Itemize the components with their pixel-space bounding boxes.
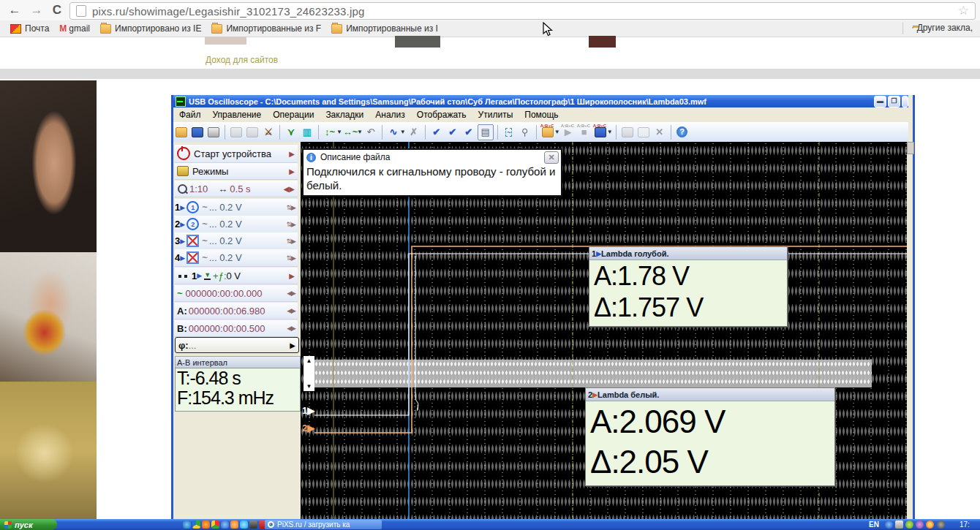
bookmark-folder-1[interactable]: Импортировано из IE <box>100 23 201 34</box>
abc-window-icon[interactable] <box>593 125 608 140</box>
copy-graph-icon[interactable] <box>229 125 244 140</box>
print-icon[interactable] <box>206 125 221 140</box>
timebase-value[interactable]: 0.5 s <box>230 183 250 194</box>
channel-stepper-icons[interactable]: ⇅▶ <box>287 238 295 245</box>
selection-box-icon[interactable]: ~ <box>502 125 516 140</box>
time-counter-row[interactable]: ~ 000000:00:00.000 ◀▶ <box>175 285 298 302</box>
channel-enabled-icon[interactable]: 2 <box>186 218 199 230</box>
file-description-popup[interactable]: i Описание файла ✕ Подключился к сигналь… <box>302 148 562 197</box>
quicklaunch-chrome-icon[interactable] <box>211 520 219 529</box>
page-thumbnail-3[interactable] <box>589 36 616 48</box>
check-icon[interactable]: ✔ <box>429 125 444 140</box>
forward-icon[interactable]: → <box>28 3 45 18</box>
channel-scale-value[interactable]: ... 0.2 V <box>209 202 242 213</box>
undo-icon[interactable]: ↶ <box>363 125 378 140</box>
coupling-icon[interactable]: ~ <box>202 219 208 230</box>
task-button-pixs[interactable]: PiXS.ru / загрузить ка <box>265 520 382 529</box>
save-icon[interactable] <box>190 125 205 140</box>
start-device-button[interactable]: Старт устройства ▶ <box>175 145 298 163</box>
sidebar-photo-2[interactable] <box>0 252 97 382</box>
scale-row[interactable]: 1:10 ↔ 0.5 s ◀▶ <box>175 181 298 197</box>
tray-clock[interactable]: 17: <box>960 520 970 529</box>
back-icon[interactable]: ← <box>6 3 23 18</box>
channel-disabled-icon[interactable] <box>186 251 199 264</box>
restore-button[interactable]: ❐ <box>888 96 900 107</box>
close-file-disabled-icon[interactable]: ✕ <box>652 125 667 140</box>
expand-arrow-icon[interactable]: ▶ <box>289 272 295 280</box>
help-icon[interactable]: ? <box>675 125 690 140</box>
channel-row-4[interactable]: 4▶ ~ ... 0.2 V ⇅▶ <box>175 249 298 267</box>
menu-file[interactable]: Файл <box>173 110 207 120</box>
tray-language-indicator[interactable]: EN <box>869 520 879 529</box>
marker-a-row[interactable]: A: 000000:00:06.980 ◀▶ <box>175 303 298 319</box>
signal-view-icon[interactable]: ▥ <box>300 125 314 140</box>
channel-1-marker[interactable]: 1▶ <box>302 405 314 416</box>
menu-control[interactable]: Управление <box>207 110 268 120</box>
trigger-row[interactable]: 1▶ ▼ +ƒ: 0 V ▶ <box>175 268 298 284</box>
page-thumbnail-1[interactable] <box>205 37 246 45</box>
log-panel-icon[interactable]: ▤ <box>478 124 494 140</box>
delete-signal-icon[interactable]: ✗ <box>407 125 421 140</box>
channel-stepper-icons[interactable]: ⇅▶ <box>287 221 295 228</box>
coupling-icon[interactable]: ~ <box>202 235 208 246</box>
scope-scrollbar[interactable] <box>907 142 914 154</box>
vertical-scale-dropdown-icon[interactable]: ▼ <box>336 129 342 135</box>
ad-link[interactable]: Доход для сайтов <box>206 55 278 65</box>
scope-display[interactable]: ▲ ▼ 1▶ 2▶ 1▶ Lambda голубой. <box>301 142 907 519</box>
menu-help[interactable]: Помощь <box>519 110 564 120</box>
bookmark-gmail[interactable]: M gmail <box>59 23 90 34</box>
menu-bookmarks[interactable]: Закладки <box>320 110 369 120</box>
trigger-edge-icon[interactable]: ▼ <box>204 271 211 280</box>
channel-stepper-icons[interactable]: ⇅▶ <box>287 254 295 262</box>
bookmark-folder-3[interactable]: Импортированные из I <box>331 23 438 34</box>
modes-button[interactable]: Режимы ▶ <box>175 163 298 180</box>
spectrum-icon[interactable]: ⋎ <box>284 125 298 140</box>
channel-row-2[interactable]: 2▶ 2 ~ ... 0.2 V ⇅▶ <box>175 216 298 233</box>
title-bar[interactable]: USB Oscilloscope - C:\Documents and Sett… <box>173 95 908 107</box>
sidebar-photo-1[interactable] <box>0 80 97 252</box>
reload-icon[interactable]: C <box>48 3 66 18</box>
stepper-icons[interactable]: ◀▶ <box>287 325 295 332</box>
menu-display[interactable]: Отображать <box>411 110 472 120</box>
channel-scale-value[interactable]: ... 0.2 V <box>209 235 242 246</box>
coupling-icon[interactable]: ~ <box>202 202 208 213</box>
menu-analysis[interactable]: Анализ <box>369 110 411 120</box>
zoom-value[interactable]: 1:10 <box>189 183 208 194</box>
measurement-overlay-2[interactable]: 2▶ Lambda белый. A:2.069 V Δ:2.05 V <box>585 387 835 486</box>
vertical-scale-icon[interactable]: ↕~ <box>323 125 337 140</box>
overlay-1-header[interactable]: 1▶ Lambda голубой. <box>589 247 787 260</box>
horizontal-scale-icon[interactable]: ↔~ <box>343 125 358 140</box>
tray-icon-3[interactable] <box>916 520 924 529</box>
url-text[interactable]: pixs.ru/showimage/Legasishir_3102173_246… <box>92 5 365 18</box>
abc-play-icon[interactable]: ▶ <box>561 125 576 140</box>
page-disabled-icon[interactable] <box>636 125 651 140</box>
minimize-button[interactable]: ▬ <box>874 96 886 107</box>
expand-arrow-icon[interactable]: ▶ <box>290 341 295 349</box>
coupling-icon[interactable]: ~ <box>202 252 208 263</box>
menu-operations[interactable]: Операции <box>267 110 320 120</box>
select-signal-dropdown-icon[interactable]: ▼ <box>400 129 406 135</box>
abc-open-icon[interactable] <box>540 125 555 140</box>
quicklaunch-skype-icon[interactable] <box>240 520 248 529</box>
expand-arrow-icon[interactable]: ▶ <box>289 150 295 158</box>
channel-scale-value[interactable]: ... 0.2 V <box>209 219 242 230</box>
stepper-icons[interactable]: ◀▶ <box>287 289 295 297</box>
abc-open-dropdown-icon[interactable]: ▼ <box>554 129 560 135</box>
quicklaunch-browser-icon[interactable] <box>221 520 229 529</box>
tray-icon-1[interactable] <box>885 520 893 529</box>
measurement-overlay-1[interactable]: 1▶ Lambda голубой. A:1.78 V Δ:1.757 V <box>589 246 788 327</box>
quicklaunch-ie-icon[interactable] <box>183 520 191 529</box>
abc-window-dropdown-icon[interactable]: ▼ <box>607 129 613 135</box>
tray-icon-5[interactable] <box>937 520 945 529</box>
quicklaunch-firefox-icon[interactable] <box>202 520 210 529</box>
copy-image-icon[interactable] <box>245 125 260 140</box>
quicklaunch-camera-icon[interactable] <box>249 520 257 529</box>
popup-close-button[interactable]: ✕ <box>544 151 559 164</box>
search-signal-icon[interactable]: ⚲ <box>518 125 532 140</box>
address-bar[interactable]: pixs.ru/showimage/Legasishir_3102173_246… <box>69 2 976 20</box>
marker-b-value[interactable]: 000000:00:00.500 <box>189 323 265 334</box>
time-counter-value[interactable]: 000000:00:00.000 <box>186 288 263 299</box>
start-button[interactable]: пуск <box>0 519 57 530</box>
channel-row-1[interactable]: 1▶ 1 ~ ... 0.2 V ⇅▶ <box>175 199 298 216</box>
open-file-icon[interactable] <box>174 125 189 140</box>
